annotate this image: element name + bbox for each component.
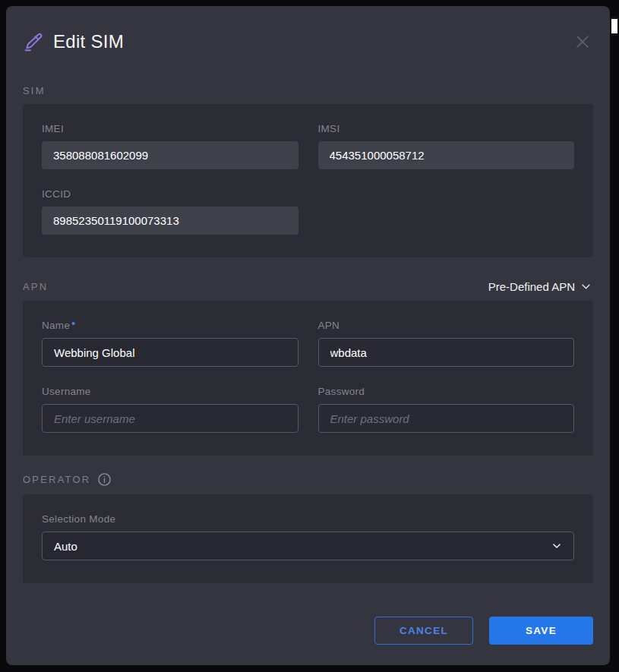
- name-label: Name•: [42, 320, 298, 331]
- password-label: Password: [318, 386, 575, 397]
- password-input[interactable]: [318, 404, 575, 433]
- iccid-input[interactable]: [42, 207, 298, 235]
- close-icon[interactable]: [572, 31, 593, 52]
- predefined-apn-dropdown[interactable]: Pre-Defined APN: [487, 280, 593, 293]
- pencil-icon: [23, 32, 43, 52]
- username-input[interactable]: [42, 404, 298, 433]
- imei-label: IMEI: [42, 123, 298, 134]
- save-button[interactable]: SAVE: [489, 617, 593, 645]
- chevron-down-icon: [580, 281, 592, 292]
- apn-field-group: APN: [318, 320, 575, 367]
- apn-section-heading: APN: [23, 281, 48, 292]
- username-field-group: Username: [42, 386, 298, 433]
- chevron-down-icon: [551, 541, 562, 551]
- predefined-apn-label: Pre-Defined APN: [488, 280, 575, 293]
- username-label: Username: [42, 386, 298, 397]
- apn-panel: Name• APN Username Password: [23, 301, 593, 456]
- cancel-button[interactable]: CANCEL: [374, 617, 473, 645]
- required-marker: •: [71, 317, 75, 330]
- selection-mode-label: Selection Mode: [42, 513, 574, 525]
- sim-section-heading: SIM: [23, 85, 46, 96]
- apn-input[interactable]: [318, 338, 575, 367]
- imei-input[interactable]: [42, 141, 298, 169]
- selection-mode-value: Auto: [54, 540, 77, 553]
- selection-mode-field-group: Selection Mode Auto: [42, 513, 574, 560]
- imsi-field-group: IMSI: [318, 123, 575, 169]
- imei-field-group: IMEI: [42, 123, 298, 169]
- scrollbar-thumb[interactable]: [611, 17, 617, 36]
- edit-sim-dialog: Edit SIM SIM IMEI IMSI ICCID A: [6, 6, 610, 665]
- dialog-header: Edit SIM: [23, 27, 593, 56]
- operator-panel: Selection Mode Auto: [23, 494, 593, 583]
- dialog-title: Edit SIM: [53, 31, 124, 52]
- selection-mode-select[interactable]: Auto: [42, 532, 574, 560]
- imsi-label: IMSI: [318, 123, 575, 134]
- iccid-field-group: ICCID: [42, 188, 298, 235]
- info-icon[interactable]: [97, 472, 112, 487]
- dialog-footer: CANCEL SAVE: [23, 617, 593, 645]
- name-field-group: Name•: [42, 320, 298, 367]
- operator-section-heading: OPERATOR: [23, 474, 90, 485]
- page-background: { "dialog": { "title": "Edit SIM" }, "si…: [0, 0, 619, 672]
- name-label-text: Name: [42, 320, 70, 331]
- password-field-group: Password: [318, 386, 575, 433]
- apn-label: APN: [318, 320, 575, 331]
- name-input[interactable]: [42, 338, 298, 367]
- sim-panel: IMEI IMSI ICCID: [23, 104, 593, 257]
- imsi-input[interactable]: [318, 141, 575, 169]
- iccid-label: ICCID: [42, 188, 298, 200]
